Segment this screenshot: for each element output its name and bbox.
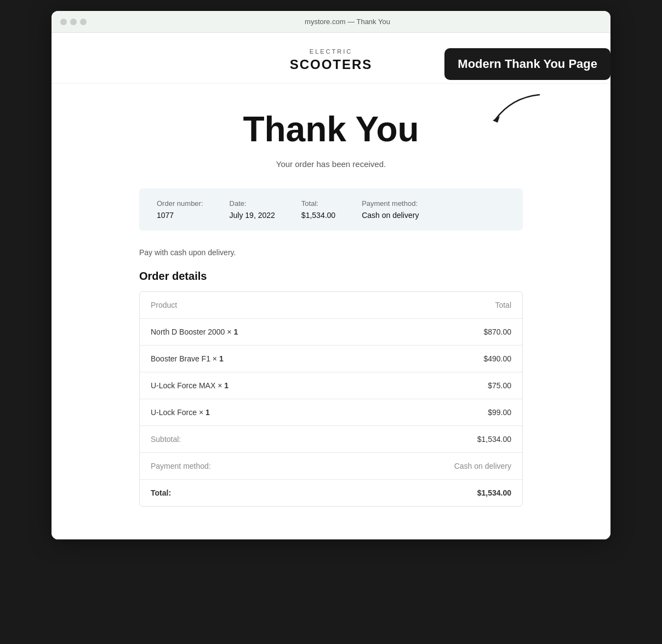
grand-total-value: $1,534.00 (477, 488, 511, 497)
product-4-name: U-Lock Force × 1 (151, 408, 210, 417)
table-header-row: Product Total (140, 292, 522, 319)
total-value: $1,534.00 (301, 211, 335, 220)
payment-method-label: Payment method: (151, 462, 211, 470)
payment-method-value: Cash on delivery (454, 462, 511, 470)
browser-url: mystore.com — Thank You (93, 18, 602, 26)
product-3-price: $75.00 (488, 381, 511, 390)
browser-dots (60, 19, 87, 25)
grand-total-label: Total: (151, 488, 171, 497)
payment-label: Payment method: (362, 199, 419, 208)
payment-value: Cash on delivery (362, 211, 419, 220)
table-row: U-Lock Force × 1 $99.00 (140, 399, 522, 426)
subtotal-row: Subtotal: $1,534.00 (140, 426, 522, 453)
callout-tooltip: Modern Thank You Page (444, 48, 610, 80)
order-number-label: Order number: (157, 199, 203, 208)
total-label: Total: (301, 199, 335, 208)
browser-window: mystore.com — Thank You Modern Thank You… (52, 11, 610, 539)
product-3-name: U-Lock Force MAX × 1 (151, 381, 229, 390)
subtotal-label: Subtotal: (151, 435, 181, 444)
payment-method-row: Payment method: Cash on delivery (140, 453, 522, 480)
dot-red (60, 19, 67, 25)
total-row: Total: $1,534.00 (140, 480, 522, 506)
product-1-name: North D Booster 2000 × 1 (151, 327, 238, 336)
date-label: Date: (230, 199, 275, 208)
order-received-text: Your order has been received. (139, 159, 523, 169)
main-content: Thank You Your order has been received. … (117, 84, 545, 539)
dot-yellow (70, 19, 77, 25)
col-total-header: Total (495, 301, 511, 309)
thank-you-heading: Thank You (139, 110, 523, 148)
pay-cash-text: Pay with cash upon delivery. (139, 248, 523, 257)
order-details-heading: Order details (139, 270, 523, 283)
summary-order-number: Order number: 1077 (157, 199, 203, 220)
date-value: July 19, 2022 (230, 211, 275, 220)
callout-arrow (490, 92, 545, 127)
product-1-price: $870.00 (483, 327, 511, 336)
table-row: U-Lock Force MAX × 1 $75.00 (140, 372, 522, 399)
col-product-header: Product (151, 301, 177, 309)
table-row: North D Booster 2000 × 1 $870.00 (140, 319, 522, 346)
summary-payment: Payment method: Cash on delivery (362, 199, 419, 220)
order-summary-bar: Order number: 1077 Date: July 19, 2022 T… (139, 188, 523, 231)
product-2-price: $490.00 (483, 354, 511, 363)
table-row: Booster Brave F1 × 1 $490.00 (140, 346, 522, 372)
product-4-price: $99.00 (488, 408, 511, 417)
order-number-value: 1077 (157, 211, 203, 220)
dot-green (80, 19, 87, 25)
summary-date: Date: July 19, 2022 (230, 199, 275, 220)
order-table: Product Total North D Booster 2000 × 1 $… (139, 291, 523, 507)
product-2-name: Booster Brave F1 × 1 (151, 354, 224, 363)
subtotal-value: $1,534.00 (477, 435, 511, 444)
summary-total: Total: $1,534.00 (301, 199, 335, 220)
browser-toolbar: mystore.com — Thank You (52, 11, 610, 33)
svg-marker-0 (493, 116, 500, 123)
